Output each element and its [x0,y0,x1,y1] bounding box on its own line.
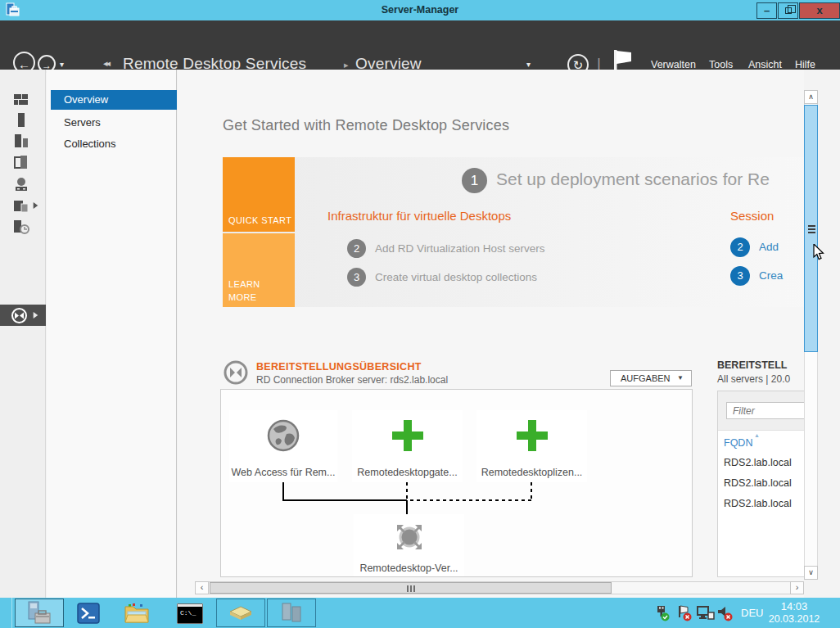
app-navbar: ← → ▾ ◂◂ Remote Desktop Services ▸ Overv… [0,20,840,70]
sidebar-icon-strip [0,70,46,598]
virtualization-host-icon [354,514,464,560]
server-row[interactable]: RDS2.lab.local [724,457,792,468]
server-manager-icon [16,599,63,626]
close-button[interactable]: x [799,2,840,19]
scroll-down-button[interactable]: ∨ [804,566,818,580]
mouse-cursor [813,244,824,264]
tray-alerts-flag-icon[interactable] [676,605,693,625]
tray-clock-date[interactable]: 20.03.2012 [763,613,825,625]
vdi-step-2-text[interactable]: Add RD Virtualization Host servers [375,242,545,255]
sidebar-item-local-server-icon[interactable] [16,112,27,132]
server-row[interactable]: RDS2.lab.local [724,477,792,489]
menu-ansicht[interactable]: Ansicht [748,59,782,70]
add-plus-icon [476,410,587,461]
tray-volume-muted-icon[interactable] [717,605,734,625]
history-dropdown-icon[interactable]: ▾ [60,60,64,69]
menu-hilfe[interactable]: Hilfe [795,59,815,70]
tasks-caret-icon: ▼ [677,371,684,386]
deployment-overview-title: BEREITSTELLUNGSÜBERSICHT [256,361,422,373]
sidebar-item-server-groups-icon[interactable] [13,155,29,174]
restore-button[interactable] [778,2,798,19]
session-step-2-badge: 2 [730,237,750,257]
cmd-prompt-label: C:\_ [180,609,196,617]
sort-ascending-icon: ▲ [754,432,760,438]
server-row[interactable]: RDS2.lab.local [724,498,792,509]
scrollbar-grip [407,585,415,592]
nav-item-overview[interactable]: Overview [51,90,177,110]
vdi-column-heading: Infrastruktur für virtuelle Desktops [327,209,511,223]
nav-item-servers[interactable]: Servers [64,116,101,129]
taskbar-app-window[interactable] [267,599,316,627]
menu-verwalten[interactable]: Verwalten [651,59,696,70]
session-step-3-badge: 3 [730,266,750,286]
menu-tools[interactable]: Tools [709,59,733,70]
section-nav: Overview Servers Collections [47,70,177,598]
taskbar-command-prompt[interactable]: C:\_ [177,603,203,627]
session-step-2-text[interactable]: Add [759,241,779,253]
vertical-scrollbar-thumb[interactable] [804,105,818,352]
main-content: Get Started with Remote Desktop Services… [178,70,804,598]
scroll-left-button[interactable]: ‹ [195,581,209,594]
rds-expand-icon[interactable] [33,311,38,319]
taskbar-server-manager[interactable] [15,599,64,627]
globe-icon [229,410,337,461]
quickstart-panel: QUICK START LEARN MORE 1 Set up deployme… [223,157,804,307]
quick-start-tab[interactable]: QUICK START [223,157,295,232]
deployment-servers-title: BEREITSTELL [717,359,787,371]
breadcrumb-dropdown-icon[interactable]: ▾ [526,60,531,69]
tile-web-access[interactable]: Web Access für Rem... [229,410,337,482]
tasks-dropdown-button[interactable]: AUFGABEN ▼ [610,370,692,386]
add-plus-icon [352,410,463,461]
file-storage-expand-icon[interactable] [33,201,38,210]
sidebar-item-remote-desktop-services-icon[interactable] [11,307,28,328]
scrollbar-grip [808,225,815,233]
scroll-right-button[interactable]: › [790,581,804,594]
servers-table-header [718,391,804,431]
sidebar-item-server-events-icon[interactable] [13,219,31,238]
vdi-step-3-badge: 3 [347,268,366,287]
sidebar-item-all-servers-icon[interactable] [13,133,29,153]
vdi-step-2-badge: 2 [347,239,366,258]
learn-more-tab[interactable]: LEARN MORE [223,233,295,307]
window-panes-icon [268,599,315,626]
step-1-text[interactable]: Set up deployment scenarios for Re [496,169,770,189]
nav-item-collections[interactable]: Collections [64,138,116,150]
vdi-step-3-text[interactable]: Create virtual desktop collections [375,271,537,283]
taskbar-powershell[interactable] [77,603,100,627]
deployment-servers-subtitle: All servers | 20.0 [717,373,790,385]
tile-rd-licensing[interactable]: Remotedesktoplizen... [476,410,587,482]
sidebar-item-dashboard-icon[interactable] [13,92,29,111]
tray-network-icon[interactable] [697,606,715,624]
session-step-3-text[interactable]: Crea [759,269,783,282]
tray-clock-time[interactable]: 14:03 [763,600,825,612]
sidebar-item-file-storage-icon[interactable] [13,197,29,217]
window-titlebar: Server-Manager – x [0,0,840,20]
collapse-breadcrumb-icon[interactable]: ◂◂ [103,58,109,69]
taskbar-file-explorer[interactable] [124,601,151,628]
fqdn-column-header[interactable]: FQDN [724,437,752,449]
page-title: Get Started with Remote Desktop Services [223,117,509,134]
connection-broker-subtitle: RD Connection Broker server: rds2.lab.lo… [256,374,448,386]
taskbar-help-library[interactable] [216,599,265,627]
tray-usb-icon[interactable] [654,605,671,625]
book-icon [217,599,264,626]
restore-icon [785,7,792,14]
servers-table: FQDN ▲ RDS2.lab.local RDS2.lab.local RDS… [717,391,804,577]
step-1-badge: 1 [462,168,487,193]
tile-rd-gateway[interactable]: Remotedesktopgate... [352,410,463,482]
scroll-up-button[interactable]: ∧ [804,90,818,104]
tile-rd-virtualization[interactable]: Remotedesktop-Ver... [354,514,464,577]
window-title: Server-Manager [0,0,840,20]
sidebar-item-web-server-icon[interactable] [13,176,29,196]
deployment-diagram: Web Access für Rem... Remotedesktopgate.… [220,389,693,577]
horizontal-scrollbar-thumb[interactable] [210,582,612,594]
tray-language-indicator[interactable]: DEU [741,607,763,619]
session-column-heading: Session [730,209,774,223]
filter-input[interactable] [726,402,804,419]
taskbar: C:\_ [0,598,840,628]
desktop: Server-Manager – x ← → ▾ ◂◂ Remote Deskt… [0,0,840,628]
start-corner-divider [11,598,12,628]
rds-deployment-icon [223,359,249,389]
minimize-button[interactable]: – [756,2,777,19]
